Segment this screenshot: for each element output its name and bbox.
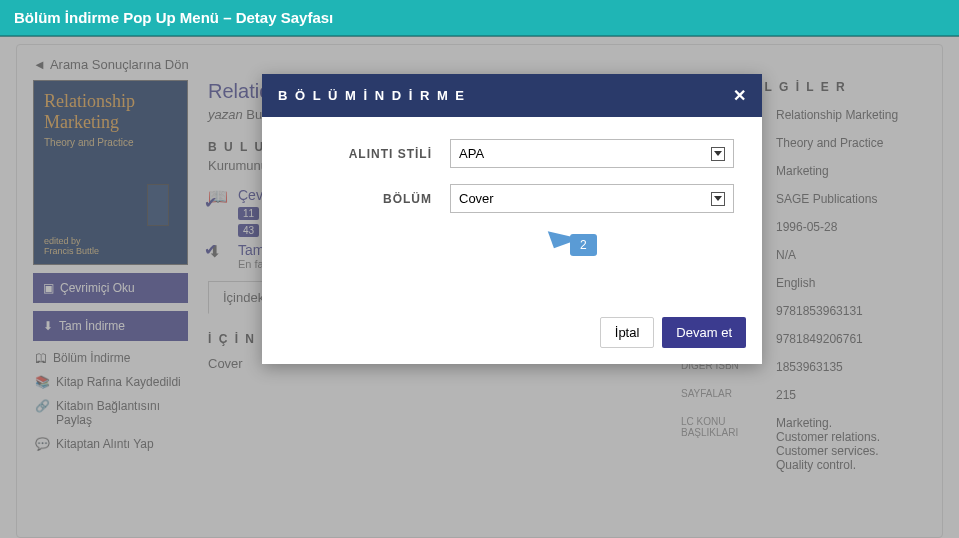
chevron-down-icon: [711, 192, 725, 206]
modal-body: ALINTI STİLİ APA BÖLÜM Cover: [262, 117, 762, 317]
cancel-button[interactable]: İptal: [600, 317, 655, 348]
page-title: Bölüm İndirme Pop Up Menü – Detay Sayfas…: [14, 9, 333, 26]
citation-style-select[interactable]: APA: [450, 139, 734, 168]
chapter-label: BÖLÜM: [290, 192, 450, 206]
citation-style-label: ALINTI STİLİ: [290, 147, 450, 161]
chapter-download-modal: B Ö L Ü M İ N D İ R M E ✕ ALINTI STİLİ A…: [262, 74, 762, 364]
chapter-value: Cover: [459, 191, 494, 206]
annotation-number: 2: [570, 234, 597, 256]
continue-button[interactable]: Devam et: [662, 317, 746, 348]
annotation-callout: 2: [570, 234, 597, 256]
chevron-down-icon: [711, 147, 725, 161]
modal-header: B Ö L Ü M İ N D İ R M E ✕: [262, 74, 762, 117]
modal-title: B Ö L Ü M İ N D İ R M E: [278, 88, 466, 103]
modal-footer: İptal Devam et: [262, 317, 762, 364]
chapter-select[interactable]: Cover: [450, 184, 734, 213]
page-header: Bölüm İndirme Pop Up Menü – Detay Sayfas…: [0, 0, 959, 37]
citation-style-value: APA: [459, 146, 484, 161]
close-icon[interactable]: ✕: [733, 86, 746, 105]
